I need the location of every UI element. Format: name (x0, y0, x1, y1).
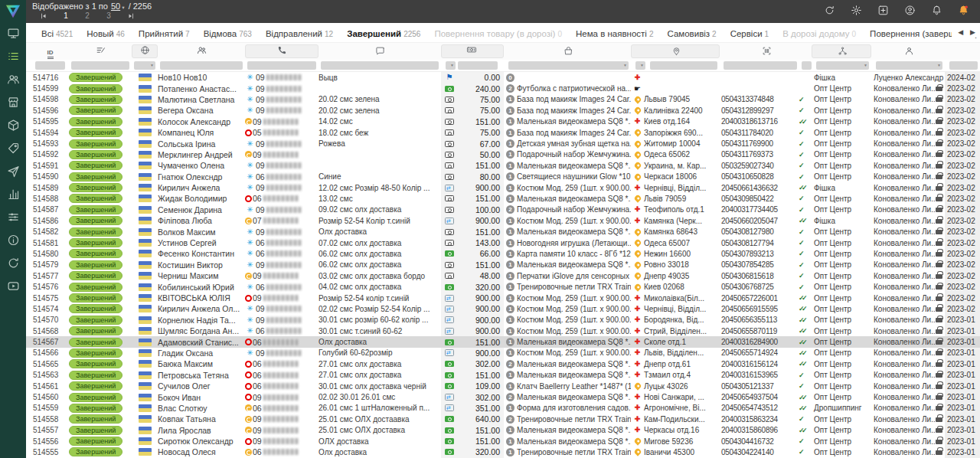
table-row[interactable]: 514587ЗавершенийСеменюк Дарина✳0909.02 с… (26, 204, 980, 215)
sidebar-item-products-box[interactable] (7, 115, 20, 138)
add-new-button[interactable] (870, 5, 897, 19)
sidebar-item-customers[interactable] (7, 69, 20, 92)
sidebar-item-statistics-chart[interactable] (7, 184, 20, 207)
column-header-tracking[interactable] (720, 44, 812, 58)
filter-input-id[interactable] (35, 61, 65, 70)
tab-4[interactable]: Відмова763 (204, 26, 252, 43)
sidebar-item-dashboard-monitor[interactable] (7, 23, 20, 46)
table-row[interactable]: 514599ЗавершенийПотапенко Анастас...✳092… (26, 83, 980, 93)
tab-9[interactable]: Самовивіз2 (667, 26, 716, 43)
table-row[interactable]: 514581ЗавершенийУстинов Сергей✳0607.02 с… (26, 237, 980, 248)
filter-input-status[interactable] (71, 61, 129, 70)
tab-5[interactable]: Відправлений12 (266, 26, 333, 43)
table-row[interactable]: 514590ЗавершенийГнатюк Олексндр✳06Синие8… (26, 172, 980, 182)
sidebar-item-video-tutorials[interactable] (7, 276, 20, 299)
column-header-phone[interactable] (245, 44, 318, 58)
settings-button[interactable] (843, 5, 870, 19)
filter-input-manager[interactable] (876, 61, 942, 70)
table-row[interactable]: 514582ЗавершенийВолков Максим✳09Олх дост… (26, 226, 980, 237)
sidebar-item-settings-sliders[interactable] (7, 207, 20, 230)
alerts-button[interactable] (950, 5, 977, 19)
pager-last-button[interactable] (119, 12, 142, 20)
table-row[interactable]: 514574ЗавершенийКирилич Анжела Ол...✳090… (26, 303, 980, 314)
column-header-delivery[interactable] (631, 44, 720, 58)
app-logo[interactable] (0, 0, 26, 23)
table-row[interactable]: 514716ЗавершенийНов10 Нов10✳09Выцв⚑0.000… (26, 72, 980, 83)
page-number-3[interactable]: 3 (98, 11, 119, 20)
column-header-source[interactable] (132, 44, 158, 58)
filter-input-customer[interactable] (160, 61, 243, 70)
tab-11[interactable]: В дорозі додому0 (782, 26, 856, 43)
table-row[interactable]: 514570ЗавершенийКорнелюк Надія Та...✳093… (26, 315, 980, 326)
table-row[interactable]: 514575ЗавершенийКВІТОВСЬКА ЮЛІЯ09Розмір … (26, 293, 980, 303)
table-row[interactable]: 514566ЗавершенийГладик Оксана✳09Голубий … (26, 348, 980, 358)
filter-input-phone[interactable] (247, 61, 316, 70)
table-row[interactable]: 514565ЗавершенийБаюка Максим0627.01 смс … (26, 358, 980, 369)
tab-3[interactable]: Прийнятий7 (139, 26, 190, 43)
table-row[interactable]: 514556ЗавершенийСиротюк Олександр09ОЛХ д… (26, 436, 980, 447)
table-row[interactable]: 514563ЗавершенийПетровська Тетяна0627.01… (26, 370, 980, 381)
table-row[interactable]: 514598ЗавершенийМалютина Светлана✳0920.0… (26, 94, 980, 105)
table-row[interactable]: 514591ЗавершенийЧумаченко Олена✳09151.00… (26, 160, 980, 171)
table-row[interactable]: 514558ЗавершенийКовпак Татьяна0925.01 см… (26, 414, 980, 424)
column-header-customer[interactable] (158, 44, 245, 58)
table-row[interactable]: 514586ЗавершенийФіліпова Люба07Розмір 52… (26, 215, 980, 226)
table-row[interactable]: 514555ЗавершенийНовосад Олеся06Олх доста… (26, 447, 980, 457)
column-header-funnel[interactable] (812, 44, 871, 58)
filter-input-date[interactable] (949, 61, 978, 70)
page-size-dropdown[interactable]: 50▼ (111, 2, 126, 11)
filter-input-delivery[interactable] (635, 61, 645, 70)
table-row[interactable]: 514593ЗавершенийСольська Ірина✳09Рожева6… (26, 138, 980, 149)
pager-first-button[interactable] (32, 12, 55, 20)
tab-scroll-left-icon[interactable]: ◀ (958, 28, 963, 36)
filter-input-funnel[interactable] (816, 61, 869, 70)
tab-scroll-right-icon[interactable]: ▶ (970, 28, 975, 36)
filter-input-payment[interactable] (446, 61, 456, 70)
column-header-manager[interactable] (871, 44, 945, 58)
filter-input-comment[interactable] (321, 61, 439, 70)
table-row[interactable]: 514580ЗавершенийФесенко Константин✳0606.… (26, 248, 980, 259)
table-row[interactable]: 514592ЗавершенийМерклингер Андрей0950.00… (26, 149, 980, 160)
column-header-date[interactable] (945, 44, 980, 58)
table-row[interactable]: 514594ЗавершенийКомпанец Юля0518.02 смс … (26, 127, 980, 138)
page-number-1[interactable]: 1 (55, 11, 77, 20)
tab-1[interactable]: Всі4521 (41, 26, 73, 43)
column-header-id[interactable]: ID (26, 44, 67, 58)
refresh-button[interactable] (816, 5, 843, 19)
tab-8[interactable]: Нема в наявності2 (576, 26, 653, 43)
table-row[interactable]: 514588ЗавершенийЖидак Володимир0613.02 с… (26, 193, 980, 204)
column-header-status[interactable] (67, 44, 132, 58)
page-number-2[interactable]: 2 (77, 11, 98, 20)
filter-input-source[interactable] (134, 61, 155, 70)
column-header-products[interactable] (504, 44, 631, 58)
tab-2[interactable]: Новый46 (87, 26, 125, 43)
table-row[interactable]: 514568ЗавершенийШумляс Богдана Ан...✳063… (26, 326, 980, 336)
notifications-button[interactable] (923, 5, 950, 19)
table-row[interactable]: 514576ЗавершенийКобилинський Юрий✳0604.0… (26, 281, 980, 292)
tab-7[interactable]: Повернення товару (в дорозі)0 (434, 26, 562, 43)
table-row[interactable]: 514557ЗавершенийЛила Ярослав0925.01 смс … (26, 425, 980, 436)
filter-input-delivery[interactable] (650, 61, 717, 70)
sidebar-item-campaigns-send[interactable] (7, 161, 20, 184)
filter-input-products[interactable] (508, 61, 629, 70)
sidebar-item-storefront[interactable] (7, 92, 20, 115)
table-row[interactable]: 514577ЗавершенийЧерниш Максим0903.02 смс… (26, 270, 980, 281)
table-row[interactable]: 514596ЗавершенийВегера Оксана✳0920.02 см… (26, 105, 980, 116)
table-row[interactable]: 514579ЗавершенийКостишин Виктор✳0906.02 … (26, 260, 980, 270)
table-row[interactable]: 514560ЗавершенийБокоч Иван0902.02 30.01 … (26, 391, 980, 402)
column-header-comment[interactable] (318, 44, 441, 58)
table-row[interactable]: 514561ЗавершенийСучилов Олег0630.01 смс … (26, 381, 980, 391)
table-row[interactable]: 514595ЗавершенийКолосок Александр0914.02… (26, 116, 980, 127)
table-row[interactable]: 514589ЗавершенийКирилич Анжела✳0912.02 с… (26, 182, 980, 193)
table-row[interactable]: 514567ЗавершенийАдамовский Станис...06Ол… (26, 336, 980, 347)
sidebar-item-sync-arrows[interactable] (7, 253, 20, 276)
filter-input-tracking[interactable] (724, 61, 797, 70)
profile-button[interactable] (897, 5, 923, 19)
filter-input-payment[interactable] (458, 61, 498, 70)
sidebar-item-orders-list[interactable] (7, 46, 20, 69)
sidebar-item-info[interactable] (7, 230, 20, 253)
column-header-payment[interactable] (441, 44, 504, 58)
tab-10[interactable]: Сервіси1 (730, 26, 769, 43)
tab-6[interactable]: Завершений2256 (347, 26, 420, 43)
table-row[interactable]: 514559ЗавершенийВлас Слотюу0626.01 смс 1… (26, 403, 980, 414)
